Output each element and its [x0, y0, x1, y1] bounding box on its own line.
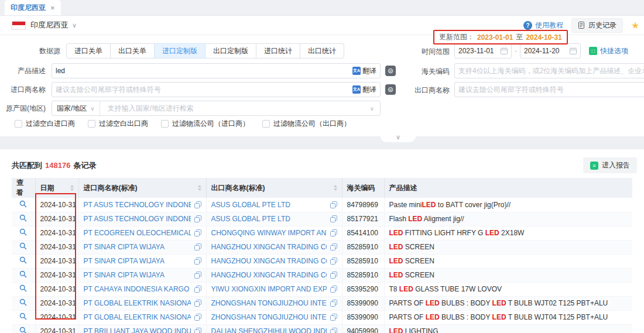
- copy-icon[interactable]: [330, 229, 337, 236]
- view-button[interactable]: [12, 324, 35, 333]
- collapse-filters-button[interactable]: ∨: [381, 132, 416, 142]
- view-button[interactable]: [12, 296, 35, 310]
- sort-icon[interactable]: [198, 185, 201, 191]
- exporter-link[interactable]: DALIAN SHENGZHIHUI WOOD INDUST...: [211, 327, 327, 333]
- exporter-link[interactable]: CHONGQING WINWAY IMPORT AND E...: [211, 229, 327, 237]
- importer-link[interactable]: PT ASUS TECHNOLOGY INDONESIA BA...: [84, 215, 191, 223]
- exporter-link[interactable]: YIWU XIONGXIN IMPORT AND EXPORT...: [211, 285, 327, 293]
- copy-icon[interactable]: [330, 243, 337, 250]
- exporter-link[interactable]: ASUS GLOBAL PTE LTD: [211, 201, 327, 209]
- exporter-link[interactable]: ZHONGSHAN TONGJIUZHOU INTERNA...: [211, 299, 327, 307]
- copy-icon[interactable]: [194, 243, 201, 250]
- importer-input[interactable]: 文A 翻译: [52, 82, 381, 97]
- history-button[interactable]: 历史记录: [571, 18, 623, 33]
- checkbox-icon[interactable]: [15, 120, 22, 128]
- country-selector[interactable]: 印度尼西亚: [30, 20, 68, 30]
- start-date-input[interactable]: [454, 43, 512, 59]
- exporter-link[interactable]: ZHONGSHAN TONGJIUZHOU INTERNA...: [211, 313, 327, 321]
- data-source-tab-1[interactable]: 进口关单: [66, 43, 111, 59]
- exporter-value[interactable]: [458, 85, 644, 94]
- exporter-input[interactable]: [454, 82, 644, 97]
- exporter-link[interactable]: HANGZHOU XINGCAN TRADING CO LTD: [211, 257, 327, 265]
- copy-icon[interactable]: [194, 272, 201, 279]
- origin-search-value[interactable]: [103, 104, 367, 112]
- view-button[interactable]: [12, 268, 35, 282]
- product-desc-input[interactable]: 文A 翻译: [52, 63, 381, 78]
- copy-icon[interactable]: [330, 272, 337, 279]
- exact-match-toggle-icon[interactable]: ⊜: [385, 66, 396, 76]
- filter-checkbox-1[interactable]: 过滤空白进口商: [15, 119, 75, 129]
- product-desc-value[interactable]: [56, 67, 350, 75]
- view-magnifier-icon[interactable]: [19, 228, 27, 236]
- importer-link[interactable]: PT ECOGREEN OLEOCHEMICALS: [84, 229, 191, 237]
- view-magnifier-icon[interactable]: [19, 327, 27, 333]
- tutorial-link[interactable]: ? 使用教程: [523, 20, 563, 30]
- copy-icon[interactable]: [194, 286, 201, 293]
- origin-type-select[interactable]: 国家/地区 ∨: [52, 101, 100, 115]
- copy-icon[interactable]: [330, 286, 337, 293]
- end-date-input[interactable]: [520, 43, 581, 59]
- exporter-link[interactable]: HANGZHOU XINGCAN TRADING CO LTD: [211, 243, 327, 251]
- copy-icon[interactable]: [194, 258, 201, 265]
- column-header-3[interactable]: 进口商名称(标准): [78, 178, 206, 198]
- filter-checkbox-2[interactable]: 过滤空白出口商: [88, 119, 148, 129]
- copy-icon[interactable]: [194, 328, 201, 333]
- translate-button[interactable]: 文A 翻译: [352, 85, 376, 95]
- view-button[interactable]: [12, 254, 35, 268]
- start-date-value[interactable]: [458, 47, 498, 55]
- view-magnifier-icon[interactable]: [19, 298, 27, 306]
- column-header-2[interactable]: 日期: [35, 178, 78, 198]
- importer-link[interactable]: PT ASUS TECHNOLOGY INDONESIA BA...: [84, 201, 191, 209]
- view-button[interactable]: [12, 198, 35, 212]
- importer-link[interactable]: PT BRILLIANT JAYA WOOD INDUSTRY: [84, 327, 191, 333]
- sort-icon[interactable]: [70, 185, 74, 191]
- view-button[interactable]: [12, 310, 35, 324]
- checkbox-icon[interactable]: [161, 120, 169, 128]
- importer-link[interactable]: PT SINAR CIPTA WIJAYA: [84, 243, 191, 251]
- copy-icon[interactable]: [194, 314, 201, 321]
- view-magnifier-icon[interactable]: [19, 200, 27, 208]
- exporter-link[interactable]: HANGZHOU XINGCAN TRADING CO LTD: [211, 271, 327, 279]
- data-source-tab-4[interactable]: 出口定制版: [205, 43, 256, 59]
- checkbox-icon[interactable]: [88, 120, 95, 128]
- customs-code-value[interactable]: [458, 67, 644, 75]
- filter-checkbox-4[interactable]: 过滤物流公司（出口商）: [262, 119, 351, 129]
- importer-link[interactable]: PT GLOBAL ELEKTRIK NASIONAL: [84, 299, 191, 307]
- column-header-4[interactable]: 出口商名称(标准): [206, 178, 342, 198]
- copy-icon[interactable]: [194, 201, 201, 208]
- view-magnifier-icon[interactable]: [19, 256, 27, 264]
- filter-checkbox-3[interactable]: 过滤物流公司（进口商）: [161, 119, 249, 129]
- view-magnifier-icon[interactable]: [19, 270, 27, 278]
- copy-icon[interactable]: [330, 314, 337, 321]
- tab-close-icon[interactable]: ×: [50, 4, 55, 12]
- exact-match-toggle-icon[interactable]: ⊜: [385, 84, 396, 95]
- enter-report-button[interactable]: ≡ 进入报告: [583, 157, 637, 173]
- copy-icon[interactable]: [330, 201, 337, 208]
- view-button[interactable]: [12, 212, 35, 226]
- importer-link[interactable]: PT CAHAYA INDONESIA KARGO: [84, 285, 191, 293]
- view-button[interactable]: [12, 282, 35, 296]
- data-source-tab-6[interactable]: 出口统计: [300, 43, 344, 59]
- favorite-star-icon[interactable]: ★: [631, 20, 638, 31]
- sort-icon[interactable]: [334, 185, 337, 191]
- translate-button[interactable]: 文A 翻译: [352, 66, 376, 76]
- copy-icon[interactable]: [330, 300, 337, 307]
- quick-options-button[interactable]: ∷ 快捷选项: [589, 46, 628, 56]
- checkbox-icon[interactable]: [262, 120, 270, 128]
- importer-link[interactable]: PT SINAR CIPTA WIJAYA: [84, 271, 191, 279]
- copy-icon[interactable]: [194, 215, 201, 222]
- importer-value[interactable]: [56, 85, 350, 94]
- end-date-value[interactable]: [524, 47, 567, 55]
- data-source-tab-2[interactable]: 出口关单: [110, 43, 155, 59]
- data-source-tab-3[interactable]: 进口定制版: [154, 43, 205, 59]
- view-magnifier-icon[interactable]: [19, 214, 27, 222]
- view-button[interactable]: [12, 226, 35, 240]
- copy-icon[interactable]: [194, 300, 201, 307]
- importer-link[interactable]: PT SINAR CIPTA WIJAYA: [84, 257, 191, 265]
- country-tab[interactable]: 印度尼西亚 ×: [5, 0, 61, 15]
- view-magnifier-icon[interactable]: [19, 313, 27, 320]
- exporter-link[interactable]: ASUS GLOBAL PTE LTD: [211, 215, 327, 223]
- data-source-tab-5[interactable]: 进口统计: [256, 43, 300, 59]
- importer-link[interactable]: PT GLOBAL ELEKTRIK NASIONAL: [84, 313, 191, 321]
- copy-icon[interactable]: [330, 258, 337, 265]
